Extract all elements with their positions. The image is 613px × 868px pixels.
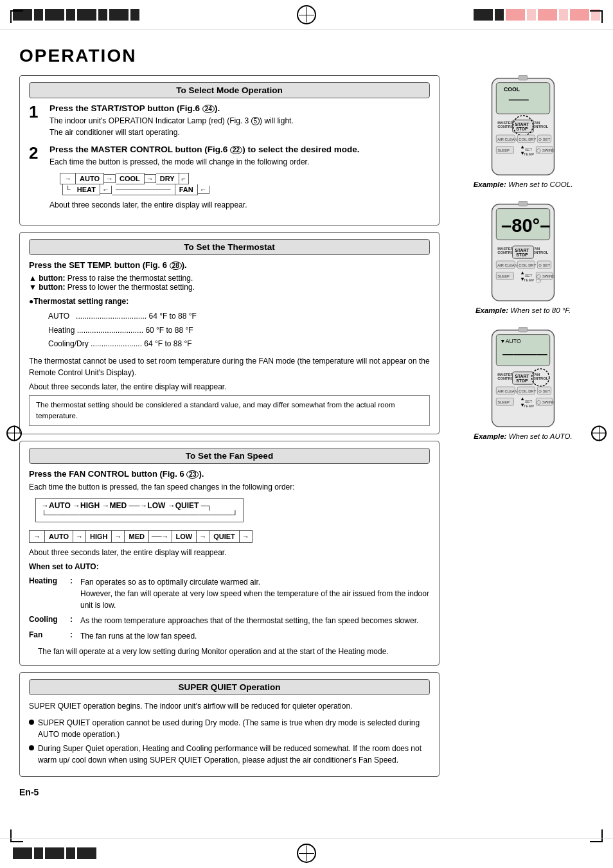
bar-block-light: [506, 9, 525, 21]
mode-arrow2: →: [145, 174, 156, 183]
bar-block: [130, 9, 139, 21]
fan-flow-high: HIGH: [86, 530, 112, 543]
svg-text:SET: SET: [525, 274, 533, 278]
fan-flow-auto: AUTO: [45, 530, 73, 543]
mode-line-top-right: ⌐: [179, 173, 189, 184]
bar-block: [45, 9, 64, 21]
svg-text:AIR CLEAN: AIR CLEAN: [497, 137, 517, 141]
svg-text:◯ SWING: ◯ SWING: [537, 274, 555, 279]
fan-arr2: →: [112, 530, 125, 543]
bottom-bar: [0, 838, 613, 868]
svg-text:MASTER: MASTER: [497, 373, 513, 376]
section1-title: To Select Mode Operation: [29, 82, 430, 98]
svg-text:▲: ▲: [520, 270, 525, 276]
svg-text:COIL DRY: COIL DRY: [519, 263, 536, 267]
range-row-auto: AUTO ................................. 6…: [48, 310, 430, 324]
thermo-range-heading: ●Thermostat setting range:: [29, 297, 430, 306]
remote-svg-2: –80°– MASTER CONTROL FAN CONTROL START S…: [481, 201, 565, 304]
registration-mark-bottom: [297, 844, 316, 863]
bar-block: [495, 9, 504, 21]
auto-row-cooling: Cooling : As the room temperature approa…: [29, 615, 430, 626]
range-row-cooling: Cooling/Dry ........................ 64 …: [48, 337, 430, 351]
display-cool-label: COOL: [504, 86, 520, 93]
svg-text:STOP: STOP: [516, 378, 528, 383]
svg-text:◯ SWING: ◯ SWING: [537, 148, 555, 153]
svg-rect-79: [519, 327, 528, 332]
top-bar-left: [13, 9, 139, 21]
page-footer: En-5: [19, 787, 594, 797]
mode-box-cool: COOL: [116, 173, 145, 184]
bottom-bar-left: [13, 847, 294, 859]
step-1: 1 Press the START/STOP button (Fig.6 24)…: [29, 103, 430, 138]
top-bar-right: [474, 9, 600, 21]
remote2-caption: Example: When set to 80 °F.: [475, 306, 571, 314]
svg-text:STOP: STOP: [516, 127, 528, 131]
bar-block: [13, 847, 32, 859]
mode-line-bottom-left: └: [62, 184, 73, 195]
thermostat-bullet2: ▼ button: Press to lower the thermostat …: [29, 283, 430, 292]
bar-block: [66, 847, 75, 859]
auto-label-heating: Heating: [29, 576, 67, 585]
fan-arr3: ──→: [149, 530, 172, 543]
remote-wrap-3: ▼AUTO ———— MASTER CONTROL FAN CONTROL ST…: [474, 327, 572, 440]
fan-arr5: →: [240, 530, 253, 543]
svg-rect-25: [519, 75, 528, 80]
svg-rect-51: [519, 201, 528, 206]
top-bar: [0, 0, 613, 30]
thermostat-bullet1: ▲ button: Press to raise the thermostat …: [29, 274, 430, 283]
remote-wrap-2: –80°– MASTER CONTROL FAN CONTROL START S…: [475, 201, 571, 314]
auto-desc-fan: The fan runs at the low fan speed.: [80, 630, 430, 642]
section2-title: To Set the Thermostat: [29, 239, 430, 255]
thermostat-note: The thermostat setting should be conside…: [29, 395, 430, 427]
svg-text:–80°–: –80°–: [501, 215, 550, 236]
mode-arrow4: ←: [198, 186, 209, 194]
svg-text:TEMP: TEMP: [524, 404, 534, 408]
auto-desc-cooling: As the room temperature approaches that …: [80, 615, 430, 626]
fan-body2: About three seconds later, the entire di…: [29, 548, 430, 557]
bullet-icon-2: [29, 745, 34, 750]
bar-block-lightest: [527, 9, 536, 21]
section-select-mode: To Select Mode Operation 1 Press the STA…: [19, 75, 440, 226]
svg-text:⊙ SET: ⊙ SET: [538, 137, 550, 141]
svg-text:SET: SET: [525, 148, 533, 152]
super-quiet-bullet2: During Super Quiet operation, Heating an…: [29, 743, 430, 766]
remote-svg-3: ▼AUTO ———— MASTER CONTROL FAN CONTROL ST…: [481, 327, 565, 430]
fan-arr4: →: [197, 530, 209, 543]
thermostat-sub-heading: Press the SET TEMP. button (Fig. 6 28).: [29, 260, 430, 270]
fan-flow-diagram: →AUTO →HIGH →MED ──→LOW →QUIET ─┐ └─────…: [35, 498, 244, 522]
auto-label-fan: Fan: [29, 630, 67, 639]
svg-text:MASTER: MASTER: [497, 121, 513, 125]
svg-text:⊙ SET: ⊙ SET: [538, 389, 550, 393]
step-2: 2 Press the MASTER CONTROL button (Fig.6…: [29, 145, 430, 211]
mode-box-dry: DRY: [156, 173, 179, 184]
remote1-caption: Example: When set to COOL.: [474, 181, 573, 188]
fan-flow-med: MED: [125, 530, 148, 543]
section-thermostat: To Set the Thermostat Press the SET TEMP…: [19, 232, 440, 434]
bar-block: [474, 9, 493, 21]
corner-mark-tl: [10, 10, 23, 23]
thermostat-bullets: ▲ button: Press to raise the thermostat …: [29, 274, 430, 292]
auto-heading: When set to AUTO:: [29, 562, 430, 571]
svg-text:COIL DRY: COIL DRY: [519, 389, 536, 393]
page-title: OPERATION: [19, 46, 594, 66]
super-quiet-bullet1-text: SUPER QUIET operation cannot be used dur…: [38, 717, 430, 740]
section-super-quiet: SUPER QUIET Operation SUPER QUIET operat…: [19, 672, 440, 777]
section4-title: SUPER QUIET Operation: [29, 679, 430, 695]
auto-colon1: :: [70, 576, 78, 585]
section3-title: To Set the Fan Speed: [29, 448, 430, 464]
auto-row-heating: Heating : Fan operates so as to optimall…: [29, 576, 430, 611]
fan-arr1: →: [73, 530, 86, 543]
side-reg-mark-left: [6, 425, 22, 443]
bar-block-lightest: [559, 9, 568, 21]
bar-block: [34, 847, 43, 859]
step-1-number: 1: [29, 103, 43, 120]
svg-text:⊙ SET: ⊙ SET: [538, 263, 550, 267]
registration-mark-top: [297, 5, 316, 24]
step-2-content: Press the MASTER CONTROL button (Fig.6 2…: [49, 145, 430, 211]
range-row-heating: Heating ............................... …: [48, 324, 430, 338]
step-2-note: About three seconds later, the entire di…: [49, 199, 430, 211]
svg-text:SLEEP: SLEEP: [497, 400, 510, 404]
svg-text:▼AUTO: ▼AUTO: [500, 338, 521, 344]
mode-flow-diagram: → AUTO → COOL → DRY ⌐ └ HEAT: [60, 173, 209, 195]
fan-sub-heading: Press the FAN CONTROL button (Fig. 6 23)…: [29, 469, 430, 479]
